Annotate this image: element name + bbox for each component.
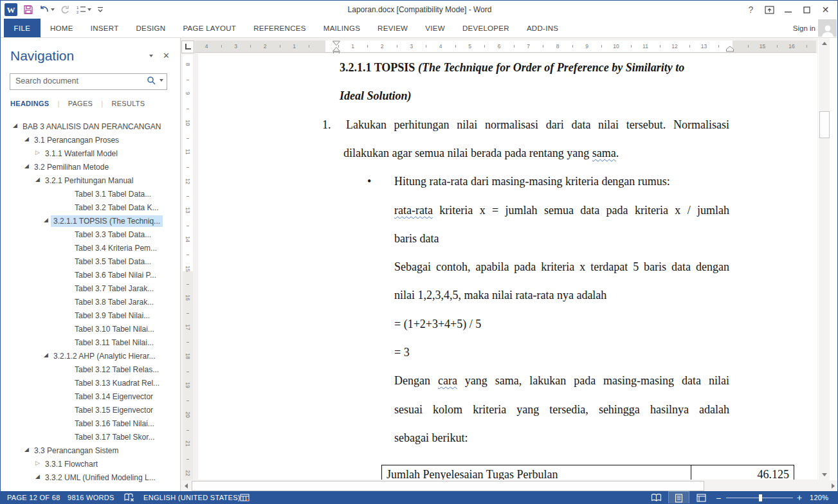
user-avatar[interactable] [818, 19, 837, 37]
print-layout-button[interactable] [668, 491, 689, 504]
navigation-options-dropdown-icon[interactable] [149, 55, 153, 57]
nav-tree-item-tabel-3-2-tabel-data-k[interactable]: Tabel 3.2 Tabel Data K... [1, 201, 179, 214]
nav-tab-headings[interactable]: HEADINGS [10, 100, 49, 107]
nav-tree-item-3-3-1-flowchart[interactable]: ▷3.3.1 Flowchart [1, 458, 179, 471]
nav-tab-pages[interactable]: PAGES [68, 100, 93, 107]
nav-tree-item-tabel-3-6-tabel-nilai-p[interactable]: Tabel 3.6 Tabel Nilai P... [1, 269, 179, 282]
collapse-arrow-icon[interactable]: ◢ [24, 136, 29, 142]
maximize-button[interactable] [797, 2, 816, 17]
collapse-arrow-icon[interactable]: ◢ [44, 352, 48, 358]
nav-tree-item-bab-3-analisis-dan-perancangan[interactable]: ◢BAB 3 ANALISIS DAN PERANCANGAN [1, 120, 179, 133]
ribbon-tab-add-ins[interactable]: ADD-INS [527, 24, 558, 32]
vertical-ruler[interactable]: 8910111213141516171819202122 [183, 55, 193, 480]
nav-tree-item-tabel-3-14-eigenvector[interactable]: Tabel 3.14 Eigenvector [1, 390, 179, 403]
nav-tree-item-tabel-3-4-kriteria-pem[interactable]: Tabel 3.4 Kriteria Pem... [1, 242, 179, 255]
search-icon[interactable] [147, 76, 156, 85]
nav-tree-item-3-3-2-uml-unified-modeling-l[interactable]: ◢3.3.2 UML (Unified Modeling L... [1, 471, 179, 484]
nav-tree-item-3-2-1-1-topsis-the-techniq[interactable]: ◢3.2.1.1 TOPSIS (The Techniq... [1, 215, 179, 228]
nav-tab-results[interactable]: RESULTS [111, 100, 145, 107]
word-count[interactable]: 9816 WORDS [68, 494, 114, 501]
collapse-arrow-icon[interactable]: ◢ [44, 217, 48, 223]
tab-stop-selector[interactable] [181, 40, 194, 53]
ribbon-tab-insert[interactable]: INSERT [91, 24, 119, 32]
nav-tree-item-3-2-1-2-ahp-analytic-hierar[interactable]: ◢3.2.1.2 AHP (Analytic Hierar... [1, 350, 179, 363]
misspelled-word: sama [592, 147, 616, 159]
nav-tree-item-tabel-3-13-kuadrat-rel[interactable]: Tabel 3.13 Kuadrat Rel... [1, 377, 179, 390]
collapse-arrow-icon[interactable]: ◢ [24, 446, 29, 453]
right-indent-marker[interactable] [725, 46, 734, 52]
nav-tree-item-3-2-pemilihan-metode[interactable]: ◢3.2 Pemilihan Metode [1, 161, 179, 174]
proofing-errors-icon[interactable] [124, 493, 134, 502]
horizontal-scrollbar[interactable] [181, 480, 838, 491]
ruler-tick [280, 45, 280, 48]
expand-arrow-icon[interactable]: ▷ [35, 460, 40, 466]
web-layout-button[interactable] [691, 491, 712, 504]
scroll-right-button[interactable] [828, 480, 838, 491]
scroll-down-button[interactable] [819, 469, 830, 480]
nav-tree-item-3-3-perancangan-sistem[interactable]: ◢3.3 Perancangan Sistem [1, 444, 179, 457]
ribbon-tab-home[interactable]: HOME [50, 24, 73, 32]
nav-item-label: 3.1.1 Waterfall Model [42, 148, 120, 159]
collapse-arrow-icon[interactable]: ◢ [35, 473, 40, 480]
zoom-slider-thumb[interactable] [759, 494, 762, 501]
ribbon-tab-references[interactable]: REFERENCES [253, 24, 306, 32]
ribbon-tab-page-layout[interactable]: PAGE LAYOUT [183, 24, 236, 32]
nav-tree-item-tabel-3-10-tabel-nilai[interactable]: Tabel 3.10 Tabel Nilai... [1, 323, 179, 336]
horizontal-scrollbar-thumb[interactable] [192, 481, 704, 491]
horizontal-ruler[interactable]: 4321123456789101112131516 [195, 40, 816, 53]
zoom-out-button[interactable]: − [716, 493, 721, 503]
document-line: Dengan cara yang sama, lakukan pada masi… [394, 374, 729, 392]
collapse-arrow-icon[interactable]: ◢ [13, 122, 17, 129]
zoom-level[interactable]: 120% [810, 494, 828, 501]
search-dropdown-icon[interactable] [159, 79, 163, 82]
nav-tree-item-tabel-3-3-tabel-data[interactable]: Tabel 3.3 Tabel Data... [1, 228, 179, 241]
nav-tree-item-tabel-3-12-tabel-relas[interactable]: Tabel 3.12 Tabel Relas... [1, 363, 179, 376]
ribbon-tab-review[interactable]: REVIEW [378, 24, 408, 32]
scroll-up-button[interactable] [819, 38, 830, 49]
ribbon-tab-file[interactable]: FILE [4, 19, 41, 37]
nav-tree-item-tabel-3-16-tabel-nilai[interactable]: Tabel 3.16 Tabel Nilai... [1, 417, 179, 430]
search-input[interactable] [14, 76, 132, 86]
ribbon-display-options-button[interactable] [760, 2, 779, 17]
ribbon-tab-design[interactable]: DESIGN [136, 24, 165, 32]
page-indicator[interactable]: PAGE 12 OF 68 [7, 494, 60, 501]
nav-tree-item-tabel-3-1-tabel-data[interactable]: Tabel 3.1 Tabel Data... [1, 188, 179, 201]
ruler-number: 6 [493, 40, 506, 52]
vertical-scrollbar-thumb[interactable] [819, 111, 830, 138]
collapse-arrow-icon[interactable]: ◢ [24, 163, 29, 169]
nav-tree-item-tabel-3-15-eigenvector[interactable]: Tabel 3.15 Eigenvector [1, 404, 179, 417]
zoom-in-button[interactable]: + [797, 492, 802, 503]
ruler-tick [397, 45, 397, 48]
close-button[interactable]: ✕ [816, 2, 835, 17]
collapse-arrow-icon[interactable]: ◢ [35, 176, 40, 183]
vertical-scrollbar[interactable] [819, 38, 830, 480]
expand-arrow-icon[interactable]: ▷ [35, 149, 40, 156]
language-indicator[interactable]: ENGLISH (UNITED STATES) [143, 494, 241, 501]
navigation-close-icon[interactable]: ✕ [163, 51, 170, 60]
nav-tree-item-tabel-3-9-tabel-nilai[interactable]: Tabel 3.9 Tabel Nilai... [1, 309, 179, 322]
nav-tree-item-tabel-3-11-tabel-nilai[interactable]: Tabel 3.11 Tabel Nilai... [1, 336, 179, 349]
ruler-tick [187, 109, 189, 109]
ruler-tick [187, 313, 189, 314]
nav-tree-item-tabel-3-5-tabel-data[interactable]: Tabel 3.5 Tabel Data... [1, 255, 179, 268]
sign-in-link[interactable]: Sign in [793, 19, 815, 37]
macro-recording-icon[interactable] [240, 494, 250, 501]
nav-tree-item-3-1-perancangan-proses[interactable]: ◢3.1 Perancangan Proses [1, 134, 179, 147]
nav-tree-item-tabel-3-17-tabel-skor[interactable]: Tabel 3.17 Tabel Skor... [1, 431, 179, 444]
ribbon-tab-mailings[interactable]: MAILINGS [323, 24, 360, 32]
table-cell[interactable]: Jumlah Penyelesaian Tugas Perbulan [382, 465, 691, 480]
ruler-number: 19 [185, 380, 191, 390]
table-cell[interactable]: 46.125 [691, 465, 794, 480]
nav-tree-item-3-1-1-waterfall-model[interactable]: ▷3.1.1 Waterfall Model [1, 147, 179, 160]
scroll-left-button[interactable] [181, 480, 192, 491]
nav-tree-item-tabel-3-8-tabel-jarak[interactable]: Tabel 3.8 Tabel Jarak... [1, 296, 179, 309]
nav-tree-item-3-2-1-perhitungan-manual[interactable]: ◢3.2.1 Perhitungan Manual [1, 174, 179, 187]
read-mode-button[interactable] [646, 491, 667, 504]
help-button[interactable]: ? [742, 2, 760, 17]
minimize-button[interactable] [779, 2, 797, 17]
ribbon-tab-developer[interactable]: DEVELOPER [462, 24, 509, 32]
nav-tree-item-tabel-3-7-tabel-jarak[interactable]: Tabel 3.7 Tabel Jarak... [1, 282, 179, 295]
document-page[interactable]: Jumlah Penyelesaian Tugas Perbulan 46.12… [198, 53, 817, 480]
document-table[interactable]: Jumlah Penyelesaian Tugas Perbulan 46.12… [381, 465, 794, 480]
ribbon-tab-view[interactable]: VIEW [425, 24, 445, 32]
